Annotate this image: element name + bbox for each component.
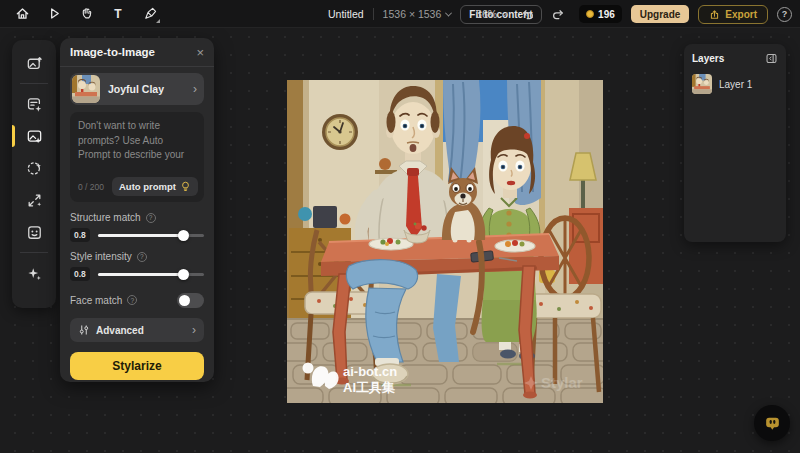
image-to-image-panel: Image-to-Image × Joyful Clay › xyxy=(60,38,214,382)
redo-icon xyxy=(551,7,565,21)
ghost-watermark-text: Stylar xyxy=(541,374,583,391)
auto-prompt-label: Auto prompt xyxy=(119,181,176,192)
chat-bubble-icon xyxy=(763,414,782,433)
select-tool-button[interactable] xyxy=(42,3,66,25)
insert-image-button[interactable] xyxy=(21,50,47,76)
circle-sparkle-icon xyxy=(26,160,43,177)
zoom-value: 36% xyxy=(476,8,497,20)
prompt-box: 0 / 200 Auto prompt xyxy=(70,112,204,202)
collapse-panel-icon[interactable] xyxy=(765,52,778,65)
panel-header: Image-to-Image × xyxy=(70,38,204,66)
advanced-label: Advanced xyxy=(96,325,186,336)
info-icon[interactable]: ? xyxy=(127,295,137,305)
home-button[interactable] xyxy=(10,3,34,25)
structure-match-slider-row: 0.8 xyxy=(70,229,204,241)
help-button[interactable]: ? xyxy=(777,7,792,22)
slider-thumb[interactable] xyxy=(178,230,189,241)
prompt-footer: 0 / 200 Auto prompt xyxy=(78,177,198,196)
panel-divider xyxy=(60,66,214,67)
topbar-tools: T xyxy=(0,3,162,25)
structure-match-label-row: Structure match ? xyxy=(70,212,204,223)
hand-tool-button[interactable] xyxy=(74,3,98,25)
layer-thumbnail-image xyxy=(692,74,712,94)
topbar: T Untitled 1536 × 1536 Fit to content 36… xyxy=(0,0,800,28)
lightbulb-icon xyxy=(180,181,191,192)
history-controls xyxy=(516,3,570,25)
face-match-label-row: Face match ? xyxy=(70,295,137,306)
info-icon[interactable]: ? xyxy=(137,252,147,262)
canvas-size-dropdown[interactable]: 1536 × 1536 xyxy=(373,8,452,20)
prompt-input[interactable] xyxy=(78,119,196,165)
undo-icon xyxy=(521,7,535,21)
upscale-button[interactable] xyxy=(21,187,47,213)
layers-header: Layers xyxy=(692,52,778,65)
image-to-image-button[interactable] xyxy=(21,123,47,149)
layer-thumbnail xyxy=(692,74,712,94)
style-thumbnail xyxy=(72,75,100,103)
panel-title: Image-to-Image xyxy=(70,46,155,58)
face-match-toggle[interactable] xyxy=(177,293,204,308)
char-count: 0 / 200 xyxy=(78,182,104,192)
chevron-down-icon xyxy=(501,9,508,16)
image-sparkle-icon xyxy=(26,128,43,145)
toggle-knob xyxy=(179,295,190,306)
chevron-right-icon: › xyxy=(193,82,197,96)
structure-match-slider[interactable] xyxy=(98,229,204,241)
style-intensity-slider-row: 0.8 xyxy=(70,268,204,280)
text-tool-icon: T xyxy=(114,7,121,21)
app-window: T Untitled 1536 × 1536 Fit to content 36… xyxy=(0,0,800,453)
export-button[interactable]: Export xyxy=(698,5,768,24)
topbar-actions: 36% 196 xyxy=(476,0,792,28)
face-match-label: Face match xyxy=(70,295,122,306)
stylarize-button[interactable]: Stylarize xyxy=(70,352,204,380)
style-intensity-label: Style intensity xyxy=(70,251,132,262)
ai-magic-button[interactable] xyxy=(21,260,47,286)
close-icon[interactable]: × xyxy=(196,46,204,59)
text-tool-button[interactable]: T xyxy=(106,3,130,25)
home-icon xyxy=(15,6,30,21)
style-name: Joyful Clay xyxy=(108,83,193,95)
left-tool-rail xyxy=(12,40,56,308)
sliders-icon xyxy=(78,324,90,336)
auto-prompt-button[interactable]: Auto prompt xyxy=(112,177,198,196)
style-intensity-value: 0.8 xyxy=(70,267,90,281)
image-upload-icon xyxy=(26,55,43,72)
canvas-image[interactable]: ai-bot.cn AI工具集 Stylar xyxy=(287,80,603,403)
export-icon xyxy=(709,9,720,20)
watermark-domain: ai-bot.cn xyxy=(343,364,397,379)
text-to-image-button[interactable] xyxy=(21,91,47,117)
face-swap-button[interactable] xyxy=(21,219,47,245)
document-title[interactable]: Untitled xyxy=(328,8,364,20)
style-selector[interactable]: Joyful Clay › xyxy=(70,73,204,105)
style-intensity-slider[interactable] xyxy=(98,268,204,280)
info-icon[interactable]: ? xyxy=(146,213,156,223)
prompt-sparkle-icon xyxy=(26,96,43,113)
coin-icon xyxy=(586,10,594,18)
draw-tool-button[interactable] xyxy=(138,3,162,25)
layer-row[interactable]: Layer 1 xyxy=(692,74,778,94)
support-chat-button[interactable] xyxy=(754,405,790,441)
structure-match-label: Structure match xyxy=(70,212,141,223)
restyle-button[interactable] xyxy=(21,155,47,181)
chevron-right-icon: › xyxy=(192,323,196,337)
wall-clock xyxy=(322,114,358,150)
slider-fill xyxy=(98,273,183,276)
structure-match-value: 0.8 xyxy=(70,228,90,242)
cursor-icon xyxy=(47,6,62,21)
redo-button[interactable] xyxy=(546,3,570,25)
layers-title: Layers xyxy=(692,53,724,64)
undo-button[interactable] xyxy=(516,3,540,25)
slider-fill xyxy=(98,234,183,237)
pen-dropdown-indicator xyxy=(156,19,160,23)
canvas-size-value: 1536 × 1536 xyxy=(383,8,442,20)
credits-count: 196 xyxy=(598,9,615,20)
rail-divider xyxy=(20,83,48,84)
layers-panel: Layers Layer 1 xyxy=(684,44,786,242)
advanced-row[interactable]: Advanced › xyxy=(70,318,204,342)
slider-thumb[interactable] xyxy=(178,269,189,280)
hand-icon xyxy=(79,6,94,21)
claymation-scene: ai-bot.cn AI工具集 Stylar xyxy=(287,80,603,403)
upgrade-button[interactable]: Upgrade xyxy=(631,5,690,23)
zoom-dropdown[interactable]: 36% xyxy=(476,8,507,20)
credits-badge[interactable]: 196 xyxy=(579,5,622,23)
